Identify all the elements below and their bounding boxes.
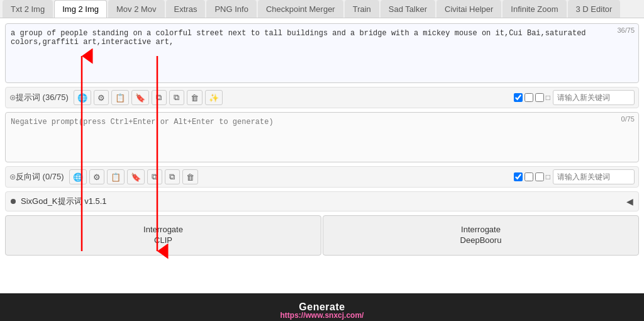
bookmark-icon-btn[interactable]: 🔖 bbox=[131, 90, 149, 105]
tab-checkpoint-merger[interactable]: Checkpoint Merger bbox=[258, 0, 343, 18]
script-row: SixGod_K提示词 v1.5.1 ◀ bbox=[5, 191, 639, 211]
checkbox-reload[interactable] bbox=[535, 93, 544, 102]
negative-toolbar-label: ⊙反向词 (0/75) bbox=[9, 171, 64, 183]
trash-icon-btn[interactable]: 🗑 bbox=[187, 90, 203, 105]
checkbox-power[interactable] bbox=[525, 93, 533, 102]
neg-edit-icon-btn[interactable]: 📋 bbox=[107, 169, 125, 184]
script-dot bbox=[11, 199, 16, 204]
negative-checkbox-group: □ bbox=[514, 172, 550, 181]
tab-pnginfo[interactable]: PNG Info bbox=[206, 0, 256, 18]
tab-sad-talker[interactable]: Sad Talker bbox=[380, 0, 435, 18]
prompt-toolbar-label: ⊙提示词 (36/75) bbox=[9, 92, 69, 103]
neg-settings-icon-btn[interactable]: ⚙ bbox=[89, 169, 104, 184]
tab-img2img[interactable]: Img 2 Img bbox=[54, 0, 107, 18]
neg-trash-icon-btn[interactable]: 🗑 bbox=[182, 169, 198, 184]
positive-keyword-input[interactable] bbox=[553, 90, 635, 105]
magic-icon-btn[interactable]: ✨ bbox=[205, 90, 223, 105]
tab-civitai-helper[interactable]: Civitai Helper bbox=[436, 0, 501, 18]
tab-train[interactable]: Train bbox=[345, 0, 379, 18]
positive-prompt-area: 36/75 a group of people standing on a co… bbox=[5, 23, 639, 83]
positive-prompt-toolbar: ⊙提示词 (36/75) 🌐 ⚙ 📋 🔖 ⧉ ⧉ 🗑 ✨ □ bbox=[5, 87, 639, 108]
generate-bar[interactable]: Generate https://www.snxcj.com/ bbox=[0, 293, 644, 321]
negative-prompt-input[interactable] bbox=[6, 113, 638, 160]
tab-bar: Txt 2 Img Img 2 Img Mov 2 Mov Extras PNG… bbox=[0, 0, 644, 18]
neg-bookmark-icon-btn[interactable]: 🔖 bbox=[127, 169, 145, 184]
interrogate-clip-button[interactable]: InterrogateCLIP bbox=[5, 215, 321, 256]
watermark-text: https://www.snxcj.com/ bbox=[280, 311, 364, 320]
neg-checkbox-check[interactable] bbox=[514, 172, 523, 181]
positive-prompt-input[interactable]: a group of people standing on a colorful… bbox=[6, 24, 638, 81]
checkbox-check[interactable] bbox=[514, 93, 523, 102]
negative-keyword-input[interactable] bbox=[553, 169, 635, 184]
positive-checkbox-group: □ bbox=[514, 93, 550, 102]
negative-prompt-toolbar: ⊙反向词 (0/75) 🌐 ⚙ 📋 🔖 ⧉ ⧉ 🗑 □ bbox=[5, 166, 639, 188]
tab-3d-editor[interactable]: 3 D Editor bbox=[568, 0, 621, 18]
script-expand-arrow[interactable]: ◀ bbox=[626, 196, 633, 206]
settings-icon-btn[interactable]: ⚙ bbox=[94, 90, 109, 105]
globe-icon-btn[interactable]: 🌐 bbox=[74, 90, 91, 105]
main-content: 36/75 a group of people standing on a co… bbox=[0, 18, 644, 293]
neg-copy2-icon-btn[interactable]: ⧉ bbox=[165, 169, 180, 184]
tab-extras[interactable]: Extras bbox=[166, 0, 206, 18]
negative-prompt-area: 0/75 bbox=[5, 112, 639, 162]
copy2-icon-btn[interactable]: ⧉ bbox=[169, 90, 184, 105]
action-buttons-row: InterrogateCLIP InterrogateDeepBooru bbox=[5, 215, 639, 256]
prompt-counter: 36/75 bbox=[617, 26, 635, 34]
edit-icon-btn[interactable]: 📋 bbox=[111, 90, 129, 105]
neg-globe-icon-btn[interactable]: 🌐 bbox=[69, 169, 87, 184]
tab-txt2img[interactable]: Txt 2 Img bbox=[3, 0, 53, 18]
negative-counter: 0/75 bbox=[621, 115, 635, 123]
tab-infinite-zoom[interactable]: Infinite Zoom bbox=[502, 0, 566, 18]
tab-mov2mov[interactable]: Mov 2 Mov bbox=[108, 0, 165, 18]
interrogate-deepbooru-button[interactable]: InterrogateDeepBooru bbox=[323, 215, 639, 256]
copy1-icon-btn[interactable]: ⧉ bbox=[152, 90, 167, 105]
script-label: SixGod_K提示词 v1.5.1 bbox=[21, 196, 107, 207]
neg-checkbox-reload[interactable] bbox=[535, 172, 544, 181]
neg-checkbox-power[interactable] bbox=[525, 172, 533, 181]
neg-copy1-icon-btn[interactable]: ⧉ bbox=[147, 169, 162, 184]
